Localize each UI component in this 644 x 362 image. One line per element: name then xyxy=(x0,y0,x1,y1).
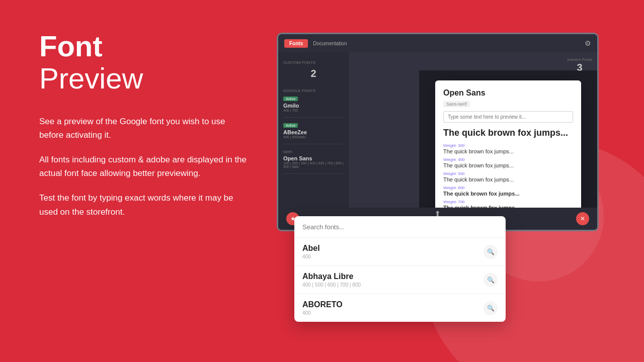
search-input-wrap xyxy=(294,216,506,238)
search-input[interactable] xyxy=(302,223,498,231)
font-name-opensans: Open Sans xyxy=(283,155,344,161)
hero-bold: Font xyxy=(39,30,103,62)
app-content: Custom Fonts 2 Google Fonts Active Gmilo… xyxy=(278,52,597,230)
font-abhaya-weights: 400 | 500 | 600 | 700 | 800 xyxy=(302,282,361,288)
font-list-item-abel: Abel 400 🔍 xyxy=(294,238,506,266)
modal-overlay: Open Sans Sans-serif The quick brown fox… xyxy=(419,70,597,230)
font-aboreto-weights: 400 xyxy=(302,310,343,316)
description-block: See a preview of the Google font you wis… xyxy=(39,115,251,219)
desc-3: Test the font by typing exact words wher… xyxy=(39,191,251,218)
font-abhaya-info: Abhaya Libre 400 | 500 | 600 | 700 | 800 xyxy=(302,272,361,288)
desc-2: All fonts including custom & adobe are d… xyxy=(39,153,251,180)
weight-text-0: The quick brown fox jumps... xyxy=(443,148,573,154)
font-meta-abeezee: 400 | 600/italic xyxy=(283,135,344,139)
font-item-search: open Open Sans 100 | 200 | 300 | 400 | 6… xyxy=(283,149,344,174)
weight-label-1: Weight: 400 xyxy=(443,157,573,162)
weight-label-2: Weight: 500 xyxy=(443,171,573,176)
preview-input[interactable] xyxy=(443,111,573,123)
search-panel: Abel 400 🔍 Abhaya Libre 400 | 500 | 600 … xyxy=(294,216,506,322)
weight-600: Weight: 600 The quick brown fox jumps... xyxy=(443,186,573,197)
hero-title: Font Preview xyxy=(39,30,251,95)
modal-preview-large: The quick brown fox jumps... xyxy=(443,128,573,138)
hero-thin: Preview xyxy=(39,62,251,95)
font-item-abeezee[interactable]: Active ABeeZee 400 | 600/italic xyxy=(283,123,344,144)
custom-fonts-count: 2 xyxy=(283,68,344,79)
font-name-gmilo: Gmilo xyxy=(283,103,344,109)
weight-400: Weight: 400 The quick brown fox jumps... xyxy=(443,157,573,168)
google-fonts-label: Google Fonts xyxy=(283,88,344,93)
tab-fonts[interactable]: Fonts xyxy=(284,39,308,48)
weight-text-1: The quick brown fox jumps... xyxy=(443,162,573,168)
font-tag-gmilo: Active xyxy=(283,97,298,101)
font-meta-gmilo: 400 | 700 xyxy=(283,109,344,112)
font-tag-abeezee: Active xyxy=(283,123,298,128)
close-button[interactable]: ✕ xyxy=(576,212,589,225)
font-search-text: open xyxy=(283,149,344,154)
app-screenshot: Fonts Documentation ⚙ Custom Fonts 2 Goo… xyxy=(277,33,599,231)
weight-label-0: Weight: 300 xyxy=(443,143,573,148)
modal-font-category: Sans-serif xyxy=(443,101,470,107)
font-abel-info: Abel 400 xyxy=(302,244,320,259)
google-fonts-section: Google Fonts Active Gmilo 400 | 700 Acti… xyxy=(283,88,344,174)
abhaya-search-icon[interactable]: 🔍 xyxy=(484,273,498,287)
font-abhaya-name: Abhaya Libre xyxy=(302,272,361,281)
font-list-item-aboreto: ABORETO 400 🔍 xyxy=(294,294,506,322)
font-abel-name: Abel xyxy=(302,244,320,253)
font-item-gmilo[interactable]: Active Gmilo 400 | 700 xyxy=(283,96,344,118)
font-list-item-abhaya: Abhaya Libre 400 | 500 | 600 | 700 | 800… xyxy=(294,266,506,294)
font-abel-weights: 400 xyxy=(302,254,320,259)
weight-label-4: Weight: 700 xyxy=(443,200,573,204)
modal-font-name: Open Sans xyxy=(443,88,573,98)
left-panel: Font Preview See a preview of the Google… xyxy=(39,30,251,219)
desc-1: See a preview of the Google font you wis… xyxy=(39,115,251,142)
app-sidebar: Custom Fonts 2 Google Fonts Active Gmilo… xyxy=(278,52,349,230)
custom-fonts-section: Custom Fonts 2 xyxy=(283,60,344,79)
app-main: Inactive Fonts 3 Open Sans Sans-serif Th… xyxy=(349,52,597,230)
app-topbar: Fonts Documentation ⚙ xyxy=(278,34,597,52)
gear-icon[interactable]: ⚙ xyxy=(585,39,591,47)
custom-fonts-label: Custom Fonts xyxy=(283,60,344,65)
weight-300: Weight: 300 The quick brown fox jumps... xyxy=(443,143,573,154)
weight-label-3: Weight: 600 xyxy=(443,186,573,190)
tab-docs[interactable]: Documentation xyxy=(313,41,347,46)
weight-text-3: The quick brown fox jumps... xyxy=(443,191,573,197)
inactive-fonts-label: Inactive Fonts xyxy=(567,57,592,62)
font-aboreto-info: ABORETO 400 xyxy=(302,300,343,316)
aboreto-search-icon[interactable]: 🔍 xyxy=(484,301,498,315)
font-meta-opensans: 100 | 200 | 300 | 400 | 600 | 700 | 800 … xyxy=(283,161,344,168)
font-aboreto-name: ABORETO xyxy=(302,300,343,309)
weight-500: Weight: 500 The quick brown fox jumps... xyxy=(443,171,573,183)
font-name-abeezee: ABeeZee xyxy=(283,129,344,135)
weight-text-2: The quick brown fox jumps... xyxy=(443,176,573,183)
abel-search-icon[interactable]: 🔍 xyxy=(484,245,498,259)
